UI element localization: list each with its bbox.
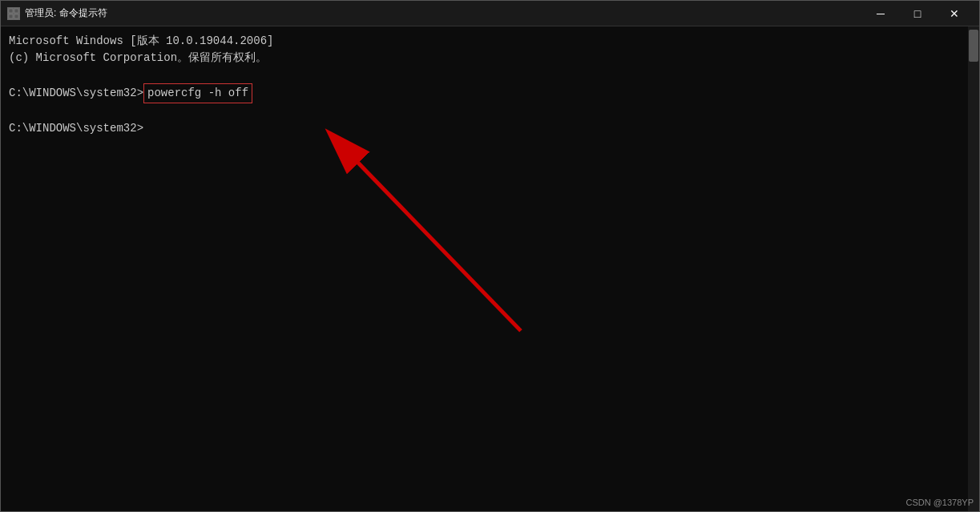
svg-rect-3	[14, 14, 18, 18]
content-area: Microsoft Windows [版本 10.0.19044.2006] (…	[1, 26, 979, 511]
terminal-output[interactable]: Microsoft Windows [版本 10.0.19044.2006] (…	[1, 26, 968, 511]
window-controls: ─ □ ✕	[862, 1, 973, 26]
terminal-command-line: C:\WINDOWS\system32>powercfg -h off	[9, 83, 960, 103]
cmd-window: 管理员: 命令提示符 ─ □ ✕ Microsoft Windows [版本 1…	[0, 0, 980, 512]
terminal-line-3-blank	[9, 67, 960, 83]
scrollbar[interactable]	[968, 26, 979, 511]
minimize-button[interactable]: ─	[862, 1, 899, 26]
terminal-line-1: Microsoft Windows [版本 10.0.19044.2006]	[9, 33, 960, 50]
svg-rect-1	[14, 9, 18, 13]
maximize-button[interactable]: □	[899, 1, 936, 26]
title-bar: 管理员: 命令提示符 ─ □ ✕	[1, 1, 979, 26]
terminal-line-2: (c) Microsoft Corporation。保留所有权利。	[9, 50, 960, 67]
terminal-command: powercfg -h off	[143, 83, 252, 103]
watermark: CSDN @1378YP	[905, 498, 974, 507]
svg-rect-2	[9, 14, 13, 18]
window-title: 管理员: 命令提示符	[25, 6, 862, 20]
svg-line-5	[353, 157, 521, 331]
close-button[interactable]: ✕	[936, 1, 973, 26]
scrollbar-thumb[interactable]	[969, 30, 978, 62]
window-icon	[7, 7, 20, 20]
terminal-line-5-blank	[9, 103, 960, 120]
svg-rect-0	[9, 9, 13, 13]
terminal-prompt-2-line: C:\WINDOWS\system32>	[9, 120, 960, 137]
terminal-prompt-1: C:\WINDOWS\system32>	[9, 85, 143, 102]
